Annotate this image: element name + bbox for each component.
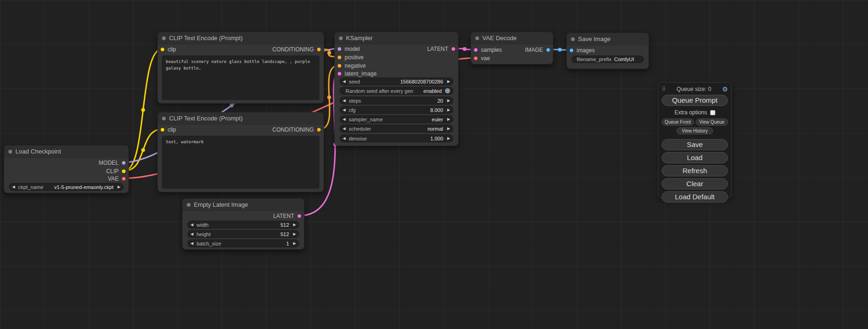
widget-label: filename_prefix: [577, 56, 612, 62]
settings-gear-icon[interactable]: ⚙: [722, 86, 728, 92]
collapse-dot-icon[interactable]: [187, 203, 191, 207]
workflow-buttons: Save Load Refresh Clear Load Default: [662, 139, 728, 203]
collapse-dot-icon[interactable]: [339, 36, 343, 40]
width-widget[interactable]: ◀ width 512 ▶: [187, 221, 299, 229]
batch-size-widget[interactable]: ◀ batch_size 1 ▶: [187, 239, 299, 247]
model-output-dot[interactable]: [121, 161, 126, 165]
samples-input-dot[interactable]: [473, 48, 478, 52]
vae-input-dot[interactable]: [473, 56, 478, 61]
arrow-right-icon[interactable]: ▶: [116, 185, 120, 189]
widget-value: 512: [281, 231, 289, 237]
ckpt-name-widget[interactable]: ◀ ckpt_name v1-5-pruned-emaonly.ckpt ▶: [9, 183, 124, 191]
node-title-bar[interactable]: KSampler: [335, 32, 458, 44]
sampler-name-widget[interactable]: ◀ sampler_name euler ▶: [339, 115, 453, 123]
arrow-right-icon[interactable]: ▶: [291, 223, 296, 227]
arrow-right-icon[interactable]: ▶: [291, 241, 296, 245]
arrow-right-icon[interactable]: ▶: [445, 108, 450, 112]
random-seed-toggle[interactable]: [445, 88, 450, 93]
arrow-left-icon[interactable]: ◀: [191, 223, 195, 227]
height-widget[interactable]: ◀ height 512 ▶: [187, 230, 299, 238]
positive-input-dot[interactable]: [337, 55, 342, 60]
widget-label: ckpt_name: [18, 184, 43, 190]
output-port-conditioning: CONDITIONING: [272, 46, 321, 53]
image-output-dot[interactable]: [546, 48, 550, 52]
latent-output-dot[interactable]: [297, 214, 302, 218]
arrow-right-icon[interactable]: ▶: [445, 136, 450, 140]
cfg-widget[interactable]: ◀ cfg 8.000 ▶: [339, 106, 453, 114]
node-clip-text-encode-positive[interactable]: CLIP Text Encode (Prompt) clip CONDITION…: [157, 32, 324, 104]
arrow-right-icon[interactable]: ▶: [445, 98, 450, 103]
widget-label: denoise: [349, 136, 367, 141]
arrow-left-icon[interactable]: ◀: [191, 241, 195, 245]
arrow-left-icon[interactable]: ◀: [343, 79, 347, 84]
view-queue-button[interactable]: View Queue: [696, 119, 728, 126]
arrow-left-icon[interactable]: ◀: [343, 136, 347, 140]
filename-prefix-widget[interactable]: filename_prefix ComfyUI: [572, 56, 644, 63]
node-title: CLIP Text Encode (Prompt): [169, 35, 243, 42]
arrow-left-icon[interactable]: ◀: [343, 117, 347, 121]
arrow-left-icon[interactable]: ◀: [343, 108, 347, 112]
clear-button[interactable]: Clear: [662, 178, 728, 189]
widget-label: height: [197, 231, 211, 237]
vae-output-dot[interactable]: [121, 176, 126, 181]
arrow-left-icon[interactable]: ◀: [12, 185, 17, 189]
node-title-bar[interactable]: Save Image: [567, 33, 649, 45]
widget-value: euler: [432, 117, 443, 122]
negative-prompt-textarea[interactable]: text, watermark: [162, 136, 319, 189]
port-label: MODEL: [99, 160, 119, 166]
node-title-bar[interactable]: Empty Latent Image: [183, 199, 304, 211]
input-port-negative: negative: [337, 63, 366, 69]
queue-front-button[interactable]: Queue Front: [662, 119, 694, 126]
view-history-button[interactable]: View History: [677, 127, 713, 134]
arrow-right-icon[interactable]: ▶: [291, 232, 296, 236]
port-label: LATENT: [427, 46, 448, 52]
seed-widget[interactable]: ◀ seed 156680208700286 ▶: [339, 77, 453, 85]
scheduler-widget[interactable]: ◀ scheduler normal ▶: [339, 125, 453, 133]
clip-output-dot[interactable]: [121, 169, 126, 174]
collapse-dot-icon[interactable]: [571, 37, 575, 41]
arrow-right-icon[interactable]: ▶: [445, 79, 450, 84]
node-load-checkpoint[interactable]: Load Checkpoint MODEL CLIP VAE ◀ ckpt_na…: [4, 145, 129, 193]
positive-prompt-textarea[interactable]: beautiful scenery nature glass bottle la…: [162, 56, 319, 100]
steps-widget[interactable]: ◀ steps 20 ▶: [339, 97, 453, 105]
node-title: Load Checkpoint: [15, 148, 61, 155]
arrow-left-icon[interactable]: ◀: [191, 232, 195, 236]
conditioning-output-dot[interactable]: [317, 127, 321, 132]
extra-options-checkbox[interactable]: [710, 110, 715, 115]
arrow-right-icon[interactable]: ▶: [445, 117, 450, 121]
latent-output-dot[interactable]: [451, 47, 456, 51]
latent-image-input-dot[interactable]: [337, 71, 342, 76]
random-seed-widget[interactable]: Random seed after every gen enabled: [339, 87, 453, 95]
clip-input-dot[interactable]: [160, 47, 165, 52]
arrow-right-icon[interactable]: ▶: [445, 126, 450, 131]
load-button[interactable]: Load: [662, 152, 728, 163]
node-empty-latent-image[interactable]: Empty Latent Image LATENT ◀ width 512 ▶ …: [182, 198, 304, 250]
collapse-dot-icon[interactable]: [162, 117, 166, 120]
node-title-bar[interactable]: CLIP Text Encode (Prompt): [158, 32, 324, 44]
collapse-dot-icon[interactable]: [162, 36, 166, 40]
drag-handle-icon[interactable]: ⠿: [662, 86, 666, 92]
queue-prompt-button[interactable]: Queue Prompt: [662, 95, 728, 106]
arrow-left-icon[interactable]: ◀: [343, 98, 347, 103]
node-title-bar[interactable]: Load Checkpoint: [4, 146, 128, 158]
denoise-widget[interactable]: ◀ denoise 1.000 ▶: [339, 134, 453, 142]
save-button[interactable]: Save: [662, 139, 728, 150]
collapse-dot-icon[interactable]: [8, 150, 12, 154]
refresh-button[interactable]: Refresh: [662, 165, 728, 176]
node-clip-text-encode-negative[interactable]: CLIP Text Encode (Prompt) clip CONDITION…: [157, 112, 324, 192]
load-default-button[interactable]: Load Default: [662, 191, 728, 203]
node-title-bar[interactable]: VAE Decode: [471, 32, 553, 44]
node-save-image[interactable]: Save Image images filename_prefix ComfyU…: [566, 33, 649, 69]
negative-input-dot[interactable]: [337, 63, 342, 68]
node-ksampler[interactable]: KSampler model positive negative latent_…: [334, 32, 459, 146]
clip-input-dot[interactable]: [160, 127, 165, 132]
arrow-left-icon[interactable]: ◀: [343, 126, 347, 131]
widget-value: 512: [281, 222, 289, 228]
node-canvas[interactable]: Load Checkpoint MODEL CLIP VAE ◀ ckpt_na…: [0, 0, 868, 329]
node-vae-decode[interactable]: VAE Decode samples vae IMAGE: [471, 32, 553, 64]
model-input-dot[interactable]: [337, 47, 342, 51]
conditioning-output-dot[interactable]: [317, 47, 321, 52]
images-input-dot[interactable]: [569, 48, 574, 53]
collapse-dot-icon[interactable]: [475, 36, 479, 40]
node-title-bar[interactable]: CLIP Text Encode (Prompt): [158, 112, 324, 125]
